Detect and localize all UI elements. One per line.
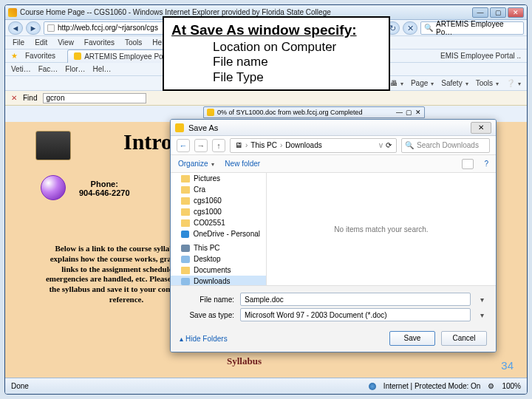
slide-number: 34 bbox=[501, 359, 514, 372]
download-icon bbox=[207, 109, 214, 116]
protected-mode-toggle[interactable]: ⚙ bbox=[488, 382, 494, 390]
save-button[interactable]: Save bbox=[389, 331, 435, 346]
help-button[interactable]: ❔ bbox=[506, 79, 521, 87]
dl-min-button[interactable]: — bbox=[396, 109, 403, 116]
course-image bbox=[35, 131, 71, 160]
save-as-dialog: Save As ✕ ← → ↑ 🖥 › This PC › Downloads … bbox=[170, 119, 497, 352]
save-type-label: Save as type: bbox=[180, 311, 234, 319]
forward-button[interactable]: ► bbox=[26, 21, 41, 35]
tree-desktop[interactable]: Desktop bbox=[171, 253, 266, 265]
zone-text: Internet | Protected Mode: On bbox=[383, 382, 481, 390]
search-box[interactable]: 🔍 ARTEMIS Employee Po… bbox=[420, 21, 524, 35]
page-favicon bbox=[8, 8, 17, 17]
syllabus-link[interactable]: Syllabus bbox=[227, 355, 262, 367]
close-button[interactable]: ✕ bbox=[508, 7, 524, 18]
status-text: Done bbox=[11, 382, 29, 390]
link-item-1[interactable]: Fac… bbox=[38, 65, 58, 73]
cancel-button[interactable]: Cancel bbox=[441, 331, 487, 346]
page-icon bbox=[47, 24, 55, 32]
tools-menu[interactable]: Tools bbox=[476, 79, 499, 87]
find-close-icon[interactable]: ✕ bbox=[11, 94, 17, 102]
page-heading: Intro bbox=[123, 129, 172, 154]
help-icon[interactable]: ? bbox=[484, 160, 488, 168]
minimize-button[interactable]: — bbox=[472, 7, 488, 18]
phone-label: Phone: bbox=[79, 180, 130, 188]
menu-tools[interactable]: Tools bbox=[125, 38, 142, 47]
tab-right-text: EMIS Employee Portal .. bbox=[440, 52, 521, 60]
breadcrumb[interactable]: 🖥 › This PC › Downloads v ⟳ bbox=[230, 138, 397, 153]
favorites-label[interactable]: Favorites bbox=[25, 52, 55, 60]
dl-close-button[interactable]: ✕ bbox=[415, 109, 421, 116]
back-button[interactable]: ◄ bbox=[8, 21, 23, 35]
save-as-bottom-row: ▴ Hide Folders Save Cancel bbox=[171, 328, 496, 352]
status-bar: Done Internet | Protected Mode: On ⚙ 100… bbox=[5, 378, 527, 394]
page-menu[interactable]: Page bbox=[411, 79, 434, 87]
menu-favorites[interactable]: Favorites bbox=[84, 38, 115, 47]
tree-onedrive[interactable]: OneDrive - Personal bbox=[171, 228, 266, 239]
folder-tree[interactable]: Pictures Cra cgs1060 cgs1000 CO02551 One… bbox=[171, 173, 267, 285]
save-as-title: Save As bbox=[188, 123, 218, 132]
refresh-icon[interactable]: ⟳ bbox=[386, 141, 392, 149]
pc-icon: 🖥 bbox=[235, 141, 242, 149]
menu-file[interactable]: File bbox=[13, 38, 24, 47]
zoom-level[interactable]: 100% bbox=[502, 382, 521, 390]
tree-cra[interactable]: Cra bbox=[171, 184, 266, 195]
save-as-fields: File name: Sample.doc ▾ Save as type: Mi… bbox=[171, 285, 496, 328]
empty-message: No items match your search. bbox=[334, 225, 428, 233]
crumb-this-pc[interactable]: This PC bbox=[250, 141, 277, 149]
save-type-dropdown-icon[interactable]: ▾ bbox=[477, 311, 487, 319]
view-options-button[interactable] bbox=[462, 159, 474, 169]
nav-up-button[interactable]: ↑ bbox=[212, 139, 225, 152]
tree-co02551[interactable]: CO02551 bbox=[171, 217, 266, 228]
callout-line-2: File name bbox=[213, 55, 381, 69]
new-folder-button[interactable]: New folder bbox=[225, 160, 260, 168]
menu-edit[interactable]: Edit bbox=[35, 38, 47, 47]
stop-button[interactable]: ✕ bbox=[403, 21, 417, 35]
tab-favicon bbox=[74, 52, 81, 60]
menu-view[interactable]: View bbox=[58, 38, 74, 47]
phone-block: Phone: 904-646-2270 bbox=[79, 180, 130, 197]
tree-cgs1000[interactable]: cgs1000 bbox=[171, 206, 266, 217]
tree-documents[interactable]: Documents bbox=[171, 265, 266, 276]
download-progress-window: 0% of SYL1000.doc from web.fccj.org Comp… bbox=[203, 106, 425, 118]
organize-menu[interactable]: Organize bbox=[178, 160, 214, 168]
nav-back-button[interactable]: ← bbox=[177, 139, 190, 152]
maximize-button[interactable]: ▢ bbox=[490, 7, 506, 18]
print-button[interactable]: 🖶 bbox=[390, 79, 403, 87]
save-as-icon bbox=[175, 123, 184, 132]
link-item-2[interactable]: Flor… bbox=[65, 65, 85, 73]
filename-label: File name: bbox=[180, 296, 234, 304]
folder-search-box[interactable]: 🔍 Search Downloads bbox=[401, 138, 490, 153]
nav-forward-button[interactable]: → bbox=[194, 139, 208, 152]
filename-dropdown-icon[interactable]: ▾ bbox=[477, 296, 487, 304]
crumb-downloads[interactable]: Downloads bbox=[285, 141, 321, 149]
favorites-star-icon[interactable]: ★ bbox=[11, 52, 18, 60]
callout-heading: At Save As window specify: bbox=[171, 22, 381, 38]
tree-downloads[interactable]: Downloads bbox=[171, 276, 266, 285]
tree-cgs1060[interactable]: cgs1060 bbox=[171, 195, 266, 206]
tree-this-pc[interactable]: This PC bbox=[171, 242, 266, 253]
window-title: Course Home Page -- CGS1060 - Windows In… bbox=[20, 8, 472, 16]
safety-menu[interactable]: Safety bbox=[441, 79, 468, 87]
dl-max-button[interactable]: ▢ bbox=[406, 109, 412, 116]
link-item-0[interactable]: Veti… bbox=[11, 65, 31, 73]
save-type-select[interactable]: Microsoft Word 97 - 2003 Document (*.doc… bbox=[240, 308, 471, 321]
favorites-tab[interactable]: ARTEMIS Employee Po… bbox=[67, 50, 177, 63]
zone-icon bbox=[369, 383, 376, 390]
save-as-toolbar: Organize New folder ? bbox=[171, 155, 496, 173]
callout-line-3: File Type bbox=[213, 70, 381, 85]
find-bar: ✕ Find gcron bbox=[5, 91, 527, 106]
find-input[interactable]: gcron bbox=[43, 93, 146, 103]
download-text: 0% of SYL1000.doc from web.fccj.org Comp… bbox=[217, 109, 363, 116]
save-as-titlebar: Save As ✕ bbox=[171, 120, 496, 136]
filename-input[interactable]: Sample.doc bbox=[240, 293, 471, 306]
tree-pictures[interactable]: Pictures bbox=[171, 173, 266, 184]
link-item-3[interactable]: Hel… bbox=[93, 65, 112, 73]
instruction-callout: At Save As window specify: Location on C… bbox=[163, 16, 390, 91]
search-icon: 🔍 bbox=[424, 24, 433, 32]
save-as-close-button[interactable]: ✕ bbox=[471, 122, 491, 134]
hide-folders-toggle[interactable]: ▴ Hide Folders bbox=[180, 335, 228, 343]
crumb-dropdown-icon[interactable]: v bbox=[379, 141, 383, 149]
folder-search-placeholder: Search Downloads bbox=[417, 141, 479, 149]
file-list-area[interactable]: No items match your search. bbox=[267, 173, 496, 285]
